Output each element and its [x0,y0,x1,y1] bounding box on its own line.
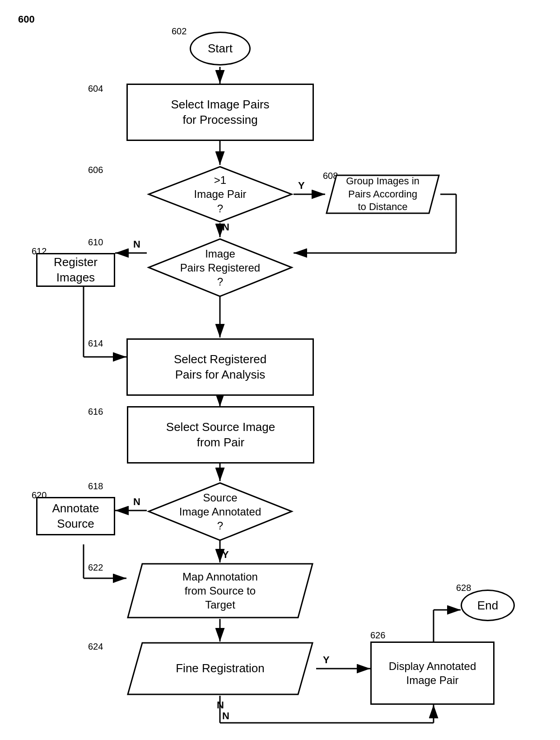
svg-text:N: N [133,496,140,507]
end-node: End [461,590,515,621]
node-614: Select RegisteredPairs for Analysis [126,338,314,396]
ref-622: 622 [88,562,103,573]
ref-610: 610 [88,237,103,248]
svg-text:Y: Y [222,549,229,560]
ref-628: 628 [456,583,471,593]
node-618: SourceImage Annotated? [147,481,294,542]
node-624: Fine Registration [126,642,314,696]
diagram-label: 600 [18,14,35,25]
node-610: ImagePairs Registered? [147,237,294,298]
node-626: Display AnnotatedImage Pair [370,642,495,705]
node-620: AnnotateSource [36,497,115,535]
node-606: >1Image Pair? [147,165,294,224]
node-612: RegisterImages [36,253,115,287]
ref-614: 614 [88,338,103,349]
svg-text:Y: Y [298,180,305,191]
ref-602: 602 [172,26,187,37]
ref-626: 626 [370,630,385,641]
start-node: Start [190,32,251,66]
node-604: Select Image Pairsfor Processing [126,84,314,141]
ref-606: 606 [88,165,103,175]
ref-616: 616 [88,407,103,417]
svg-text:N: N [133,239,140,250]
ref-618: 618 [88,481,103,492]
node-608: Group Images inPairs Accordingto Distanc… [325,174,440,215]
flowchart-diagram: 600 [0,0,560,740]
ref-604: 604 [88,84,103,94]
node-622: Map Annotationfrom Source toTarget [126,562,314,619]
svg-text:Y: Y [323,654,330,665]
n-label-624: N [217,699,224,711]
ref-624: 624 [88,642,103,652]
node-616: Select Source Imagefrom Pair [127,406,314,464]
svg-text:N: N [222,710,229,721]
